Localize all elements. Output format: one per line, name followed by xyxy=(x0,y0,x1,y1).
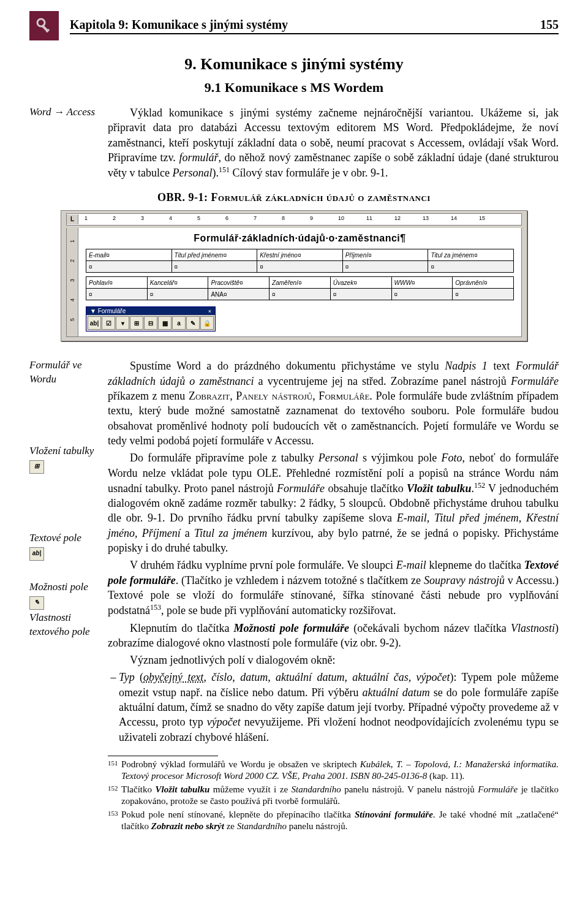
paragraph-2: Spustíme Word a do prázdného dokumentu p… xyxy=(108,358,559,448)
paragraph-1: Výklad komunikace s jinými systémy začne… xyxy=(108,105,559,180)
toolbar-button[interactable]: ⊟ xyxy=(144,316,157,330)
section-title: 9. Komunikace s jinými systémy xyxy=(29,55,559,74)
form-table-1: E-mailTitul před jménemKřestní jménoPříj… xyxy=(86,249,514,273)
margin-note-word-access: Word → Access xyxy=(29,105,97,119)
page-header: Kapitola 9: Komunikace s jinými systémy … xyxy=(29,11,559,40)
vertical-ruler: 1 2 3 4 5 xyxy=(67,228,78,336)
margin-note-textove: Textové pole xyxy=(29,531,97,545)
horizontal-ruler: L 123456789101112131415 xyxy=(66,213,522,226)
paragraph-6: Význam jednotlivých polí v dialogovém ok… xyxy=(108,653,559,667)
paragraph-3: Do formuláře připravíme pole z tabulky P… xyxy=(108,450,559,555)
insert-table-icon: ⊞ xyxy=(29,460,44,474)
margin-note-moznosti: Možnosti pole xyxy=(29,580,97,594)
subsection-title: 9.1 Komunikace s MS Wordem xyxy=(29,80,559,96)
text-field-icon: ab| xyxy=(29,547,44,561)
forms-toolbar: ▼ Formuláře × ab|☑▾⊞⊟▦a✎🔒 xyxy=(86,306,216,332)
document-heading: Formulář·základních·údajů·o·zaměstnanci xyxy=(86,233,514,244)
paragraph-5: Klepnutím do tlačítka Možnosti pole form… xyxy=(108,621,559,651)
toolbar-button[interactable]: ✎ xyxy=(186,316,200,330)
margin-note-formular: Formulář ve Wordu xyxy=(29,358,97,387)
toolbar-button[interactable]: 🔒 xyxy=(200,316,214,330)
margin-note-vlozeni: Vložení tabulky xyxy=(29,444,97,458)
ruler-tab-indicator: L xyxy=(67,214,78,224)
paragraph-4: V druhém řádku vyplníme první pole formu… xyxy=(108,558,559,618)
key-icon xyxy=(29,11,59,40)
margin-note-vlastnosti: Vlastnosti textového pole xyxy=(29,611,97,639)
close-icon[interactable]: × xyxy=(208,308,211,314)
form-table-2: PohlavíKancelářPracovištěZaměřeníÚvazekW… xyxy=(86,276,514,300)
toolbar-button[interactable]: ▾ xyxy=(116,316,129,330)
toolbar-button[interactable]: ▦ xyxy=(158,316,172,330)
toolbar-button[interactable]: ⊞ xyxy=(130,316,143,330)
page-number: 155 xyxy=(540,18,559,32)
figure-caption: OBR. 9-1: Formulář základních údajů o za… xyxy=(29,191,559,204)
toolbar-button[interactable]: a xyxy=(172,316,186,330)
list-item: Typ (obyčejný text, číslo, datum, aktuál… xyxy=(119,670,559,744)
bullet-list: Typ (obyčejný text, číslo, datum, aktuál… xyxy=(108,670,559,744)
toolbar-button[interactable]: ab| xyxy=(88,316,101,330)
footnotes: 151Podrobný výklad formulářů ve Wordu je… xyxy=(108,759,559,833)
word-screenshot: L 123456789101112131415 1 2 3 4 5 Formul… xyxy=(61,210,527,341)
footnote-separator xyxy=(108,756,218,756)
chapter-title: Kapitola 9: Komunikace s jinými systémy xyxy=(70,18,288,32)
field-options-icon: ✎ xyxy=(29,596,44,610)
toolbar-button[interactable]: ☑ xyxy=(102,316,115,330)
